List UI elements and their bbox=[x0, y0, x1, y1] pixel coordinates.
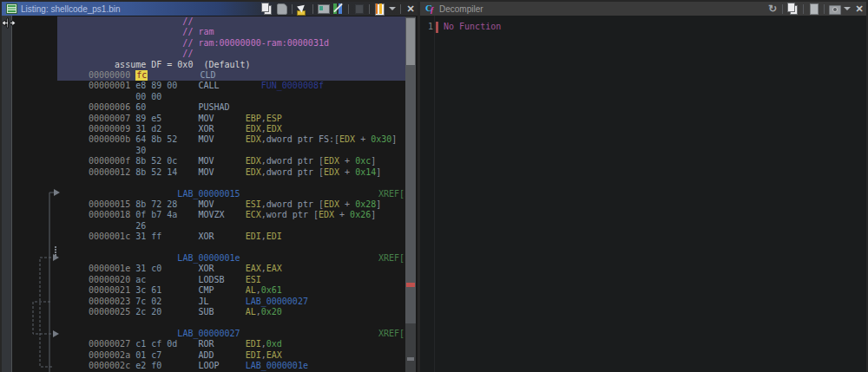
token-byt: e2 f0 bbox=[135, 361, 161, 370]
xref-field[interactable]: XREF[1 bbox=[378, 189, 407, 199]
listing-scrollbar[interactable] bbox=[405, 16, 416, 372]
token-mn: JL bbox=[198, 297, 208, 306]
listing-line[interactable]: 00000023 7c 02 JL LAB_00000027 bbox=[57, 297, 407, 307]
listing-line[interactable]: 00000027 c1 cf 0d ROR EDI,0xd bbox=[57, 339, 407, 349]
token-mn: MOV bbox=[198, 167, 214, 177]
listing-line[interactable]: assume DF = 0x0 (Default) bbox=[57, 60, 407, 70]
token-mn: MOV bbox=[198, 199, 214, 209]
token-reg: EDX bbox=[324, 167, 339, 177]
token-byt: 3c 61 bbox=[135, 285, 161, 295]
menu-chevron-icon[interactable] bbox=[844, 7, 851, 10]
copy-icon[interactable] bbox=[260, 3, 273, 15]
token-mn: CMP bbox=[198, 285, 214, 295]
token-mn: MOV bbox=[198, 156, 214, 166]
listing-line[interactable]: 0000002a 01 c7 ADD EDI,EAX bbox=[57, 350, 407, 361]
listing-line[interactable]: 00000015 8b 72 28 MOV ESI,dword ptr [EDX… bbox=[57, 199, 407, 210]
xref-field[interactable]: XREF[1 bbox=[378, 329, 407, 339]
listing-line[interactable]: 00000007 89 e5 MOV EBP,ESP bbox=[57, 114, 407, 124]
token-byt: 8b 52 0c bbox=[135, 156, 177, 166]
token-lab: LAB_00000027 bbox=[246, 297, 308, 306]
token-reg: ESI bbox=[246, 199, 261, 209]
token-addr: 00000007 bbox=[89, 114, 130, 123]
close-icon[interactable]: ✕ bbox=[404, 3, 417, 15]
listing-line[interactable]: 00000000 fc CLD bbox=[57, 70, 407, 81]
cursor-select-icon[interactable] bbox=[296, 3, 309, 15]
token-pl bbox=[209, 297, 246, 306]
token-mn: XOR bbox=[198, 124, 214, 134]
token-reg: EDX bbox=[246, 124, 261, 134]
listing-line[interactable] bbox=[57, 178, 407, 188]
listing-line[interactable]: // bbox=[57, 49, 407, 59]
listing-line[interactable]: 0000001c 31 ff XOR EDI,EDI bbox=[57, 232, 407, 242]
decompiler-body[interactable]: 1 No Function bbox=[420, 16, 866, 372]
token-lab: LAB_00000015 bbox=[177, 189, 240, 199]
token-pl bbox=[89, 253, 177, 263]
token-pl bbox=[214, 232, 246, 241]
decompiler-titlebar[interactable]: Cf Decompiler ↻ ✕ bbox=[420, 2, 866, 16]
token-pl bbox=[225, 275, 246, 284]
listing-line[interactable]: // ram:00000000-ram:0000031d bbox=[57, 38, 407, 49]
token-pl bbox=[177, 167, 198, 177]
listing-line[interactable]: 0000000b 64 8b 52 MOV EDX,dword ptr FS:[… bbox=[57, 134, 407, 145]
listing-titlebar[interactable]: Listing: shellcode_ps1.bin ✕ bbox=[2, 2, 418, 16]
listing-line[interactable]: 26 bbox=[57, 221, 407, 232]
token-reg: EDI bbox=[246, 350, 261, 360]
token-pl bbox=[214, 264, 246, 273]
listing-line[interactable] bbox=[57, 243, 407, 253]
token-reg: EDX bbox=[339, 134, 355, 144]
tool-icon[interactable] bbox=[352, 3, 365, 15]
line-number: 1 bbox=[428, 21, 433, 33]
token-byt: 8b 72 28 bbox=[135, 199, 177, 209]
listing-line[interactable]: 0000002c e2 f0 LOOP LAB_0000001e bbox=[57, 361, 407, 371]
listing-line[interactable]: 0000000f 8b 52 0c MOV EDX,dword ptr [EDX… bbox=[57, 156, 407, 166]
listing-line[interactable]: 00000020 ac LODSB ESI bbox=[57, 275, 407, 285]
listing-line[interactable]: // bbox=[57, 16, 407, 27]
token-num: 0x30 bbox=[371, 134, 391, 144]
listing-line[interactable]: 00000006 60 PUSHAD bbox=[57, 102, 407, 113]
listing-line[interactable]: 00000012 8b 52 14 MOV EDX,dword ptr [EDX… bbox=[57, 167, 407, 178]
listing-line[interactable]: LAB_00000015XREF[1 bbox=[57, 189, 407, 199]
token-addr: 00000023 bbox=[89, 297, 130, 306]
xref-field[interactable]: XREF[1 bbox=[378, 253, 407, 264]
token-byt: 00 00 bbox=[135, 92, 161, 101]
token-sep: + bbox=[355, 134, 371, 144]
snapshot-view-icon[interactable] bbox=[317, 3, 330, 15]
listing-line[interactable]: 00000009 31 d2 XOR EDX,EDX bbox=[57, 124, 407, 134]
snapshot-icon[interactable] bbox=[828, 3, 841, 15]
notes-icon[interactable] bbox=[373, 3, 386, 15]
token-addr: 00000025 bbox=[89, 307, 130, 317]
token-cur: fc bbox=[135, 70, 148, 81]
token-ptr: dword ptr bbox=[266, 156, 319, 166]
listing-line[interactable]: 30 bbox=[57, 146, 407, 156]
listing-line[interactable]: 00000001 e8 89 00 CALL FUN_0000008f bbox=[57, 81, 407, 91]
diff-view-icon[interactable] bbox=[332, 3, 345, 15]
token-pl bbox=[214, 167, 246, 177]
copy-icon[interactable] bbox=[786, 3, 799, 15]
listing-line[interactable]: 00 00 bbox=[57, 92, 407, 102]
listing-line[interactable]: 00000018 0f b7 4a MOVZX ECX,word ptr [ED… bbox=[57, 210, 407, 220]
listing-line[interactable]: LAB_0000001eXREF[1 bbox=[57, 253, 407, 264]
listing-line[interactable]: 0000001e 31 c0 XOR EAX,EAX bbox=[57, 264, 407, 274]
token-pl bbox=[177, 339, 198, 349]
scrollbar-thumb[interactable] bbox=[406, 18, 415, 65]
listing-line[interactable] bbox=[57, 317, 407, 328]
token-sep: + bbox=[334, 210, 350, 219]
token-reg: AL bbox=[246, 285, 256, 295]
token-pl bbox=[220, 81, 261, 90]
token-ptr: dword ptr bbox=[266, 134, 319, 144]
export-icon[interactable] bbox=[807, 3, 820, 15]
listing-line[interactable]: LAB_00000027XREF[1 bbox=[57, 329, 407, 339]
scrollbar-tick bbox=[407, 357, 414, 361]
token-pl bbox=[214, 285, 246, 295]
refresh-icon[interactable]: ↻ bbox=[766, 3, 779, 15]
paste-icon[interactable] bbox=[275, 3, 288, 15]
listing-line[interactable]: 00000025 2c 20 SUB AL,0x20 bbox=[57, 307, 407, 317]
token-num: 0x20 bbox=[261, 307, 282, 317]
token-byt: 30 bbox=[135, 146, 146, 155]
listing-line[interactable]: // ram bbox=[57, 27, 407, 37]
token-pl bbox=[225, 210, 246, 219]
menu-chevron-icon[interactable] bbox=[389, 7, 396, 10]
token-byt: 31 ff bbox=[135, 232, 161, 241]
listing-line[interactable]: 00000021 3c 61 CMP AL,0x61 bbox=[57, 285, 407, 296]
close-icon[interactable]: ✕ bbox=[853, 3, 865, 15]
